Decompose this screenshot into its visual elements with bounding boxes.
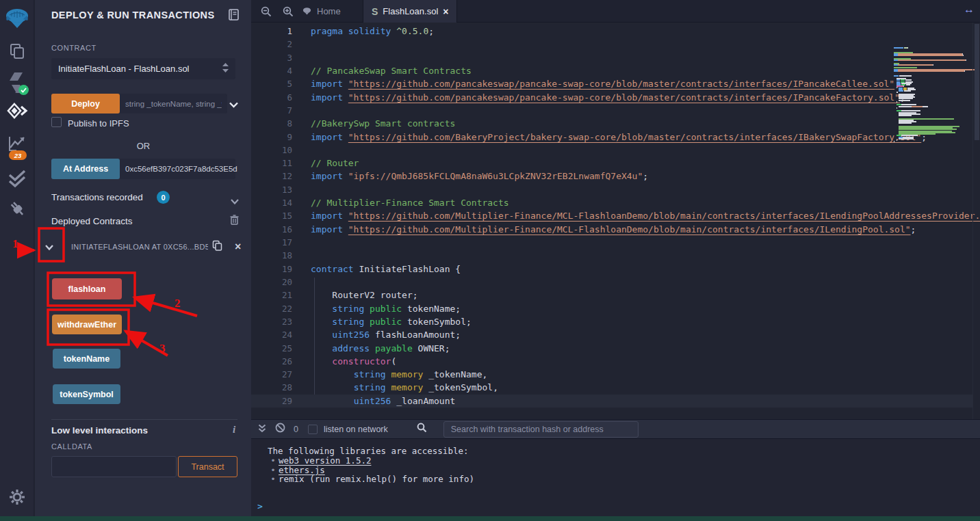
code-line: 3 bbox=[251, 51, 972, 64]
code-line: 19contract InitiateFlashLoan { bbox=[251, 263, 972, 276]
remix-logo-icon[interactable] bbox=[0, 5, 34, 33]
deployed-instance-header[interactable]: INITIATEFLASHLOAN AT 0XC56...BD55I × bbox=[40, 237, 246, 257]
swap-panel-icon[interactable]: ↔ bbox=[964, 3, 975, 16]
trash-icon[interactable] bbox=[230, 215, 239, 228]
analytics-icon[interactable]: 23 bbox=[0, 134, 34, 153]
contract-select-value: InitiateFlashLoan - FlashLoan.sol bbox=[58, 64, 190, 74]
code-line: 9import "https://github.com/BakeryProjec… bbox=[251, 131, 972, 144]
file-explorer-icon[interactable] bbox=[0, 42, 34, 60]
tab-home[interactable]: Home bbox=[294, 0, 349, 23]
code-line: 26 constructor( bbox=[251, 355, 972, 368]
deploy-expand-chevron-icon[interactable] bbox=[229, 98, 238, 111]
publish-ipfs-label: Publish to IPFS bbox=[68, 118, 129, 129]
bullet-icon: • bbox=[268, 466, 279, 475]
deploy-button[interactable]: Deploy bbox=[51, 94, 120, 113]
plugin-manager-icon[interactable] bbox=[0, 198, 34, 219]
bullet-icon: • bbox=[268, 475, 279, 484]
terminal-collapse-icon[interactable] bbox=[258, 423, 266, 436]
home-remix-icon bbox=[302, 6, 312, 16]
calldata-input[interactable] bbox=[51, 456, 177, 477]
tokenname-function-button[interactable]: tokenName bbox=[53, 349, 120, 369]
remix-help-text: remix (run remix.help() for more info) bbox=[279, 475, 474, 484]
minimap-row bbox=[894, 59, 972, 61]
code-line: 2 bbox=[251, 38, 972, 51]
solidity-compiler-icon[interactable] bbox=[0, 70, 34, 97]
ethers-link[interactable]: ethers.js bbox=[279, 466, 325, 475]
transactions-count-badge: 0 bbox=[157, 191, 170, 204]
code-line: 15import "https://github.com/Multiplier-… bbox=[251, 209, 972, 222]
terminal-prompt[interactable]: > bbox=[257, 501, 263, 511]
code-line: 18 bbox=[251, 249, 972, 262]
withdrawether-function-button[interactable]: withdrawEther bbox=[52, 315, 122, 334]
at-address-input[interactable]: 0xc56efB397c023F7a8dc53E5d bbox=[120, 159, 235, 179]
code-line: 16import "https://github.com/Multiplier-… bbox=[251, 223, 972, 236]
code-line: 5import "https://github.com/pancakeswap/… bbox=[251, 77, 972, 90]
tab-home-label: Home bbox=[317, 6, 341, 16]
tab-flashloan[interactable]: S FlashLoan.sol × bbox=[363, 0, 457, 23]
editor-area: Home S FlashLoan.sol × ↔ 1pragma solidit… bbox=[251, 0, 980, 521]
zoom-out-icon[interactable] bbox=[261, 6, 272, 20]
instance-collapse-chevron-icon[interactable] bbox=[45, 241, 55, 253]
activity-bar: 23 bbox=[0, 0, 34, 521]
copy-icon[interactable] bbox=[212, 240, 222, 254]
listen-network-label: listen on network bbox=[324, 425, 388, 434]
flashloan-function-button[interactable]: flashloan bbox=[52, 278, 122, 299]
scrollbar-thumb[interactable] bbox=[975, 24, 979, 140]
contract-select[interactable]: InitiateFlashLoan - FlashLoan.sol bbox=[51, 58, 235, 79]
code-line: 21 RouterV2 router; bbox=[251, 289, 972, 302]
solidity-file-icon: S bbox=[372, 6, 378, 17]
editor-scrollbar[interactable] bbox=[972, 23, 980, 419]
terminal-intro-line: The following libraries are accessible: bbox=[268, 446, 474, 456]
remix-ide-window: 23 bbox=[0, 0, 980, 521]
code-line: 4// PancakeSwap Smart Contracts bbox=[251, 64, 972, 77]
terminal-count: 0 bbox=[294, 425, 298, 434]
terminal-list-item: • remix (run remix.help() for more info) bbox=[268, 475, 474, 484]
calldata-label: CALLDATA bbox=[51, 442, 92, 451]
unit-testing-icon[interactable] bbox=[0, 170, 34, 189]
deploy-args-input[interactable] bbox=[120, 94, 227, 113]
at-address-button[interactable]: At Address bbox=[51, 159, 120, 179]
minimap[interactable] bbox=[894, 47, 972, 143]
select-arrows-icon bbox=[222, 63, 229, 75]
tab-close-icon[interactable]: × bbox=[443, 7, 448, 16]
documentation-icon[interactable] bbox=[229, 9, 239, 23]
code-line: 8//BakerySwp Smart contracts bbox=[251, 117, 972, 130]
publish-ipfs-checkbox[interactable] bbox=[51, 117, 62, 127]
instance-close-icon[interactable]: × bbox=[235, 241, 241, 252]
code-line: 23 string public tokenSymbol; bbox=[251, 315, 972, 328]
contract-label: CONTRACT bbox=[51, 44, 96, 52]
terminal-output: The following libraries are accessible: … bbox=[268, 446, 474, 484]
clear-console-icon[interactable] bbox=[275, 423, 285, 436]
listen-network-checkbox[interactable] bbox=[308, 425, 318, 434]
tokensymbol-function-button[interactable]: tokenSymbol bbox=[53, 384, 120, 404]
deployed-contracts-label: Deployed Contracts bbox=[51, 216, 133, 226]
code-line: 13 bbox=[251, 183, 972, 196]
minimap-row bbox=[894, 55, 972, 56]
minimap-row bbox=[894, 141, 972, 142]
terminal-panel: 0 listen on network The following librar… bbox=[251, 419, 980, 516]
code-line: 1pragma solidity ^0.5.0; bbox=[251, 25, 972, 38]
tab-file-label: FlashLoan.sol bbox=[383, 6, 438, 16]
code-line: 29 uint256 _loanAmount bbox=[251, 395, 972, 408]
analytics-count-badge: 23 bbox=[9, 150, 27, 160]
deploy-run-icon[interactable] bbox=[0, 103, 34, 123]
code-line: 11// Router bbox=[251, 157, 972, 170]
zoom-in-icon[interactable] bbox=[283, 6, 294, 20]
divider bbox=[51, 419, 237, 420]
transactions-chevron-icon[interactable] bbox=[231, 195, 239, 207]
code-line: 20 bbox=[251, 276, 972, 289]
transactions-recorded-label: Transactions recorded bbox=[51, 192, 143, 202]
settings-gear-icon[interactable] bbox=[0, 488, 34, 506]
status-strip bbox=[0, 516, 980, 521]
info-icon[interactable]: i bbox=[233, 424, 235, 436]
code-editor[interactable]: 1pragma solidity ^0.5.0;234// PancakeSwa… bbox=[251, 23, 980, 419]
terminal-search-icon bbox=[417, 423, 427, 436]
web3-link[interactable]: web3 version 1.5.2 bbox=[279, 456, 371, 466]
terminal-search-input[interactable] bbox=[443, 421, 639, 438]
code-line: 22 string public tokenName; bbox=[251, 302, 972, 315]
transact-button[interactable]: Transact bbox=[178, 456, 237, 477]
code-line: 25 address payable OWNER; bbox=[251, 342, 972, 355]
deploy-run-panel: DEPLOY & RUN TRANSACTIONS CONTRACT Initi… bbox=[35, 0, 251, 521]
terminal-list-item: • ethers.js bbox=[268, 466, 474, 475]
minimap-content bbox=[894, 47, 972, 143]
